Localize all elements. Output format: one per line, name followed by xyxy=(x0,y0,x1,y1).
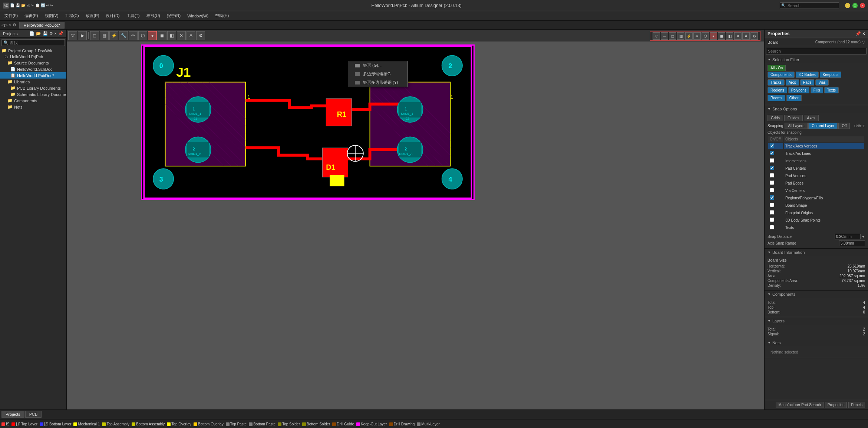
snapping-alllayers-btn[interactable]: All Layers xyxy=(785,123,808,129)
snap-guides-btn[interactable]: Guides xyxy=(784,115,803,121)
snapping-currentlayer-btn[interactable]: Current Layer xyxy=(808,123,838,129)
snap-cb-padcenters[interactable] xyxy=(770,166,774,170)
title-search-input[interactable] xyxy=(780,2,839,9)
tree-item-schdoc[interactable]: 📄 HelloWorld.SchDoc xyxy=(0,66,66,72)
project-search-input[interactable] xyxy=(1,39,65,46)
panel-close-icon[interactable]: × xyxy=(55,31,57,36)
snap-cb-3dbody[interactable] xyxy=(770,218,774,222)
ftb-pencil[interactable]: ✏ xyxy=(693,32,701,40)
layer-multilayer[interactable]: Multi-Layer xyxy=(417,422,439,426)
nets-section-title[interactable]: Nets xyxy=(765,339,868,346)
selection-filter-title[interactable]: Selection Filter xyxy=(765,56,868,63)
tree-item-components[interactable]: 📁 Components xyxy=(0,97,66,104)
snap-cb-viacenters[interactable] xyxy=(770,188,774,192)
snap-cb-texts[interactable] xyxy=(770,225,774,229)
menu-file[interactable]: 文件(F) xyxy=(1,12,21,19)
manufacturer-search-btn[interactable]: Manufacturer Part Search xyxy=(776,402,824,408)
filter-components[interactable]: Components xyxy=(768,72,795,78)
properties-close-icon[interactable]: × xyxy=(862,31,865,36)
layer-toppaste[interactable]: Top Paste xyxy=(226,422,247,426)
tb-copper-btn[interactable]: ● xyxy=(148,31,157,40)
layer-botsolder[interactable]: Bottom Solder xyxy=(302,422,330,426)
ftb-x[interactable]: ✕ xyxy=(734,32,742,40)
menu-view[interactable]: 视图(V) xyxy=(42,12,62,19)
filter-arcs[interactable]: Arcs xyxy=(786,79,799,86)
tree-item-nets[interactable]: 📁 Nets xyxy=(0,104,66,110)
filter-polygons[interactable]: Polygons xyxy=(788,87,809,93)
ftb-filter[interactable]: ▽ xyxy=(653,32,660,40)
layer-is[interactable]: IS xyxy=(1,422,9,426)
tab-settings-icon[interactable]: ⚙ xyxy=(13,23,16,27)
snap-cb-padvertices[interactable] xyxy=(770,173,774,177)
tree-item-pcblib[interactable]: 📁 PCB Library Documents xyxy=(0,85,66,91)
layer-botassm[interactable]: Bottom Assembly xyxy=(132,422,165,426)
axis-snap-input[interactable] xyxy=(839,240,865,246)
minimize-button[interactable]: − xyxy=(845,3,850,8)
filter-tracks[interactable]: Tracks xyxy=(768,79,785,86)
ftb-half[interactable]: ◧ xyxy=(726,32,733,40)
layer-topovl[interactable]: Top Overlay xyxy=(167,422,191,426)
tb-tool-btn[interactable]: 🔧 xyxy=(119,31,128,40)
panel-open-icon[interactable]: 📂 xyxy=(36,31,41,36)
board-info-title[interactable]: Board Information xyxy=(765,249,868,256)
panels-btn[interactable]: Panels xyxy=(848,402,865,408)
ftb-black[interactable]: ◼ xyxy=(718,32,725,40)
layer-botovl[interactable]: Bottom Overlay xyxy=(194,422,224,426)
tb-half-btn[interactable]: ◧ xyxy=(167,31,176,40)
tree-item-projectgroup[interactable]: 📁 Project Group 1.DsnWrk xyxy=(0,47,66,54)
snap-cb-fporigins[interactable] xyxy=(770,210,774,215)
filter-keepouts[interactable]: Keepouts xyxy=(820,72,841,78)
dropdown-item-poly[interactable]: 多边形铺铜按G xyxy=(349,70,407,78)
snapping-off-btn[interactable]: Off xyxy=(838,123,850,129)
layers-section-title[interactable]: Layers xyxy=(765,317,868,325)
close-button[interactable]: × xyxy=(860,3,865,8)
menu-help[interactable]: 帮助(H) xyxy=(212,12,232,19)
ftb-rect[interactable]: ◻ xyxy=(669,32,676,40)
tb-text-btn[interactable]: A xyxy=(187,31,195,40)
ftb-bar[interactable]: ▦ xyxy=(677,32,684,40)
menu-place[interactable]: 放置(P) xyxy=(83,12,102,19)
tb-sq-btn[interactable]: ◼ xyxy=(158,31,166,40)
tb-gear-btn[interactable]: ⚙ xyxy=(196,31,205,40)
panel-settings-icon[interactable]: ⚙ xyxy=(49,31,53,36)
menu-project[interactable]: 工程(C) xyxy=(62,12,82,19)
menu-tools[interactable]: 工具(T) xyxy=(123,12,143,19)
layer-top[interactable]: [1] Top Layer xyxy=(11,422,37,426)
menu-edit[interactable]: 编辑(E) xyxy=(22,12,41,19)
tb-rect-btn[interactable]: ◻ xyxy=(90,31,99,40)
panel-save-icon[interactable]: 💾 xyxy=(43,31,48,36)
filter-rooms[interactable]: Rooms xyxy=(768,95,785,101)
filter-3dbodies[interactable]: 3D Bodies xyxy=(796,72,819,78)
ftb-copper-active[interactable]: ● xyxy=(710,32,717,40)
menu-route[interactable]: 布线(U) xyxy=(143,12,163,19)
snap-cb-regions[interactable] xyxy=(770,195,774,200)
menu-window[interactable]: Window(W) xyxy=(184,13,211,19)
ftb-sel[interactable]: → xyxy=(661,32,668,40)
tree-item-libraries[interactable]: 📁 Libraries xyxy=(0,79,66,85)
components-section-title[interactable]: Components xyxy=(765,291,868,298)
snap-grids-btn[interactable]: Grids xyxy=(768,115,783,121)
filter-pads[interactable]: Pads xyxy=(800,79,815,86)
filter-regions[interactable]: Regions xyxy=(768,87,787,93)
properties-pin-icon[interactable]: 📌 xyxy=(855,31,861,36)
tab-close-all-icon[interactable]: × xyxy=(9,23,11,27)
menu-design[interactable]: 设计(D) xyxy=(103,12,122,19)
snap-cb-boardshape[interactable] xyxy=(770,203,774,207)
panel-new-icon[interactable]: 📄 xyxy=(29,31,34,36)
menu-report[interactable]: 报告(R) xyxy=(164,12,184,19)
layer-mech1[interactable]: Mechanical 1 xyxy=(73,422,100,426)
layer-topassm[interactable]: Top Assembly xyxy=(102,422,129,426)
snap-cb-padedges[interactable] xyxy=(770,180,774,185)
snap-cb-intersections[interactable] xyxy=(770,158,774,163)
snap-cb-trackarcs[interactable] xyxy=(770,143,774,148)
ftb-gear[interactable]: ⚙ xyxy=(750,32,758,40)
filter-texts[interactable]: Texts xyxy=(824,87,839,93)
layer-bottom[interactable]: [2] Bottom Layer xyxy=(40,422,71,426)
ftb-a[interactable]: A xyxy=(742,32,750,40)
tb-cross-btn[interactable]: ✕ xyxy=(177,31,186,40)
tb-run-btn[interactable]: ▶ xyxy=(78,31,87,40)
layer-topsolder[interactable]: Top Solder xyxy=(278,422,300,426)
tb-lightning-btn[interactable]: ⚡ xyxy=(109,31,118,40)
tree-item-pcbdoc[interactable]: 📋 HelloWorld.PcbDoc* xyxy=(0,72,66,79)
tab-new-icon[interactable]: ◁▷ xyxy=(1,23,7,27)
